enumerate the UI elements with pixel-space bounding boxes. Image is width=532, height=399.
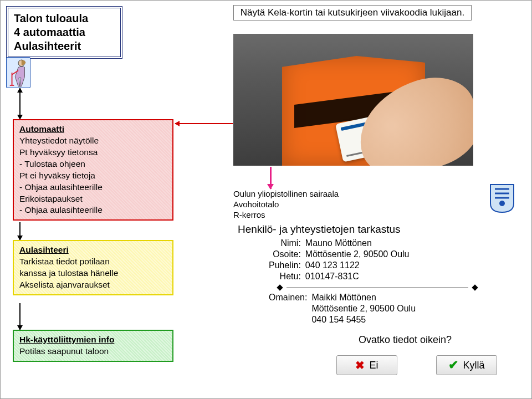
box-line: Pt hyväksyy tietonsa xyxy=(19,147,167,158)
box-line: Yhteystiedot näytölle xyxy=(19,135,167,147)
hk-info-box: Hk-käyttöliittymien info Potilas saapunu… xyxy=(13,330,173,362)
box-line: Erikoistapaukset xyxy=(19,193,167,205)
connector-line xyxy=(19,222,21,240)
label-name: Nimi: xyxy=(267,238,303,249)
box-line: - Ohjaa aulasihteerille xyxy=(19,182,167,193)
no-button[interactable]: ✖ Ei xyxy=(336,355,397,375)
connector-line xyxy=(19,88,21,119)
value-address: Möttösentie 2, 90500 Oulu xyxy=(303,249,412,260)
label-ssn: Hetu: xyxy=(267,271,303,282)
box-line: Pt ei hyväksy tietoja xyxy=(19,170,167,182)
elderly-person-icon xyxy=(6,57,30,88)
value-ssn: 010147-831C xyxy=(303,271,412,282)
instruction-text: Näytä Kela-kortin tai kutsukirjeen viiva… xyxy=(241,7,464,18)
hk-info-heading: Hk-käyttöliittymien info xyxy=(19,334,167,346)
box-line: Potilas saapunut taloon xyxy=(19,346,167,357)
connector-arrow xyxy=(270,167,272,189)
box-line: Tarkistaa tiedot potilaan xyxy=(19,256,167,268)
no-button-label: Ei xyxy=(369,360,378,371)
patient-details-table: Nimi: Mauno Möttönen Osoite: Möttösentie… xyxy=(267,238,412,282)
yes-button[interactable]: ✔ Kyllä xyxy=(436,355,497,375)
label-relative: Omainen: xyxy=(267,292,309,303)
label-address: Osoite: xyxy=(267,249,303,260)
box-line: kanssa ja tulostaa hänelle xyxy=(19,268,167,279)
divider xyxy=(278,285,477,290)
box-line: - Tulostaa ohjeen xyxy=(19,158,167,170)
hospital-name: Oulun yliopistollinen sairaala xyxy=(233,189,510,200)
patient-info-panel: Oulun yliopistollinen sairaala Avohoitot… xyxy=(233,189,510,325)
value-phone: 040 123 1122 xyxy=(303,260,412,271)
kiosk-photo xyxy=(233,34,473,166)
title-box: Talon tuloaula 4 automaattia Aulasihteer… xyxy=(6,6,122,59)
relative-details-table: Omainen: Maikki Möttönen Möttösentie 2, … xyxy=(267,292,418,325)
title-line: Talon tuloaula xyxy=(14,12,115,25)
box-line: - Ohjaa aulasihteerille xyxy=(19,204,167,216)
yes-button-label: Kyllä xyxy=(463,360,484,371)
hospital-floor: R-kerros xyxy=(233,210,510,221)
value-relative-name: Maikki Möttönen xyxy=(309,292,418,303)
value-relative-phone: 040 154 5455 xyxy=(309,314,418,325)
check-title: Henkilö- ja yhteystietojen tarkastus xyxy=(238,223,510,236)
automaatti-box: Automaatti Yhteystiedot näytölle Pt hyvä… xyxy=(13,119,173,221)
hospital-dept: Avohoitotalo xyxy=(233,200,510,210)
title-line: 4 automaattia xyxy=(14,25,115,39)
confirm-question: Ovatko tiedot oikein? xyxy=(359,334,452,346)
title-line: Aulasihteerit xyxy=(14,39,115,53)
connector-line xyxy=(19,303,21,330)
label-phone: Puhelin: xyxy=(267,260,303,271)
value-name: Mauno Möttönen xyxy=(303,238,412,249)
automaatti-heading: Automaatti xyxy=(19,124,167,135)
instruction-banner: Näytä Kela-kortin tai kutsukirjeen viiva… xyxy=(233,5,472,21)
check-icon: ✔ xyxy=(448,358,458,372)
box-line: Akselista ajanvaraukset xyxy=(19,279,167,291)
value-relative-address: Möttösentie 2, 90500 Oulu xyxy=(309,303,418,314)
confirm-buttons: ✖ Ei ✔ Kyllä xyxy=(336,355,497,375)
aulasihteeri-heading: Aulasihteeri xyxy=(19,244,167,256)
aulasihteeri-box: Aulasihteeri Tarkistaa tiedot potilaan k… xyxy=(13,240,173,295)
cross-icon: ✖ xyxy=(355,359,365,372)
connector-arrow xyxy=(175,123,233,124)
